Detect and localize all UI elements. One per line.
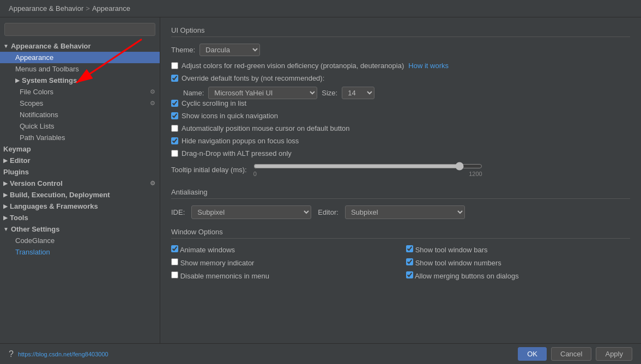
sidebar-item-build-execution[interactable]: ▶ Build, Execution, Deployment <box>0 189 160 201</box>
sidebar-item-languages-frameworks[interactable]: ▶ Languages & Frameworks <box>0 201 160 212</box>
sidebar-item-plugins[interactable]: Plugins <box>0 166 160 178</box>
tooltip-slider[interactable] <box>253 162 482 171</box>
sidebar-item-label: Plugins <box>3 168 29 176</box>
sidebar-item-keymap[interactable]: Keymap <box>0 143 160 155</box>
sidebar-item-scopes[interactable]: Scopes ⚙ <box>0 98 160 109</box>
disable-mnemonics-label[interactable]: Disable mnemonics in menu <box>171 271 269 280</box>
allow-merging-label[interactable]: Allow merging buttons on dialogs <box>406 271 519 280</box>
option-adjust-colors-label[interactable]: Adjust colors for red-green vision defic… <box>171 62 404 70</box>
content-panel: UI Options Theme: Darcula IntelliJ Windo… <box>160 17 641 343</box>
cancel-button[interactable]: Cancel <box>551 347 591 361</box>
option-override-fonts-text: Override default fonts by (not recommend… <box>182 74 324 82</box>
sidebar-item-tools[interactable]: ▶ Tools <box>0 212 160 223</box>
option-cyclic-scrolling-label[interactable]: Cyclic scrolling in list <box>171 99 246 107</box>
breadcrumb-parent[interactable]: Appearance & Behavior <box>9 4 83 13</box>
sidebar-item-translation[interactable]: Translation <box>0 246 160 258</box>
font-size-dropdown[interactable]: 14 12 13 16 18 <box>342 87 374 99</box>
disable-mnemonics-checkbox[interactable] <box>171 271 178 278</box>
option-hide-navigation-checkbox[interactable] <box>171 137 178 144</box>
sidebar-item-appearance-behavior[interactable]: Appearance & Behavior <box>0 40 160 52</box>
antialiasing-row: IDE: Subpixel Greyscale None Editor: Sub… <box>171 205 630 219</box>
option-hide-navigation-label[interactable]: Hide navigation popups on focus loss <box>171 137 299 145</box>
show-tool-window-numbers-text: Show tool window numbers <box>415 259 501 267</box>
option-override-fonts-checkbox[interactable] <box>171 75 178 82</box>
option-hide-navigation-text: Hide navigation popups on focus loss <box>182 137 299 145</box>
search-input[interactable] <box>4 23 155 36</box>
sidebar-item-editor[interactable]: ▶ Editor <box>0 155 160 166</box>
option-override-fonts-label[interactable]: Override default fonts by (not recommend… <box>171 74 324 82</box>
option-show-icons-text: Show icons in quick navigation <box>182 112 278 120</box>
option-drag-drop-row: Drag-n-Drop with ALT pressed only <box>171 149 630 157</box>
tooltip-row: Tooltip initial delay (ms): 0 1200 <box>171 162 630 177</box>
sidebar-item-notifications[interactable]: Notifications <box>0 109 160 120</box>
vc-settings-icon: ⚙ <box>150 180 155 187</box>
sidebar-item-label: Menus and Toolbars <box>15 65 79 73</box>
sidebar-item-label: Translation <box>15 248 50 256</box>
option-show-icons-checkbox[interactable] <box>171 112 178 119</box>
window-option-show-tool-bars: Show tool window bars <box>406 245 630 254</box>
window-option-tool-window-numbers: Show tool window numbers <box>406 258 630 267</box>
theme-dropdown[interactable]: Darcula IntelliJ Windows 10 High contras… <box>199 44 260 56</box>
option-show-icons-label[interactable]: Show icons in quick navigation <box>171 112 278 120</box>
apply-button[interactable]: Apply <box>596 347 632 361</box>
breadcrumb: Appearance & Behavior > Appearance <box>0 0 641 17</box>
sidebar-item-version-control[interactable]: ▶ Version Control ⚙ <box>0 178 160 189</box>
allow-merging-checkbox[interactable] <box>406 271 413 278</box>
sidebar-item-path-variables[interactable]: Path Variables <box>0 132 160 143</box>
animate-windows-label[interactable]: Animate windows <box>171 245 235 254</box>
sidebar-item-system-settings[interactable]: ▶ System Settings <box>0 75 160 86</box>
font-size-label: Size: <box>322 89 337 97</box>
sidebar-item-label: CodeGlance <box>15 236 55 245</box>
sidebar-item-appearance[interactable]: Appearance <box>0 52 160 63</box>
theme-row: Theme: Darcula IntelliJ Windows 10 High … <box>171 44 630 56</box>
sidebar-item-quick-lists[interactable]: Quick Lists <box>0 120 160 132</box>
option-adjust-colors-checkbox[interactable] <box>171 62 178 69</box>
slider-labels: 0 1200 <box>253 171 482 177</box>
settings-icon: ⚙ <box>150 88 155 95</box>
show-tool-window-numbers-label[interactable]: Show tool window numbers <box>406 258 501 267</box>
ide-aa-label: IDE: <box>171 208 185 216</box>
option-drag-drop-label[interactable]: Drag-n-Drop with ALT pressed only <box>171 149 292 157</box>
editor-aa-dropdown[interactable]: Subpixel Greyscale None <box>345 205 465 219</box>
sidebar-item-label: Scopes <box>20 99 43 107</box>
antialiasing-title: Antialiasing <box>171 188 630 199</box>
chevron-right-icon5: ▶ <box>3 215 8 221</box>
sidebar-item-file-colors[interactable]: File Colors ⚙ <box>0 86 160 98</box>
option-cyclic-scrolling-row: Cyclic scrolling in list <box>171 99 630 107</box>
option-drag-drop-checkbox[interactable] <box>171 150 178 157</box>
bottom-bar: ? https://blog.csdn.net/feng8403000 OK C… <box>0 343 641 364</box>
option-adjust-colors-text: Adjust colors for red-green vision defic… <box>182 62 404 70</box>
option-auto-position-checkbox[interactable] <box>171 125 178 132</box>
option-auto-position-label[interactable]: Automatically position mouse cursor on d… <box>171 124 350 132</box>
how-it-works-link[interactable]: How it works <box>408 62 449 70</box>
option-auto-position-text: Automatically position mouse cursor on d… <box>182 124 350 132</box>
allow-merging-text: Allow merging buttons on dialogs <box>415 272 519 280</box>
sidebar-item-label: Version Control <box>10 179 63 187</box>
sidebar-item-other-settings[interactable]: Other Settings <box>0 223 160 235</box>
tooltip-slider-container: 0 1200 <box>253 162 482 177</box>
sidebar-item-menus-toolbars[interactable]: Menus and Toolbars <box>0 63 160 75</box>
option-hide-navigation-row: Hide navigation popups on focus loss <box>171 137 630 145</box>
animate-windows-checkbox[interactable] <box>171 245 178 252</box>
bottom-left: ? https://blog.csdn.net/feng8403000 <box>9 349 108 359</box>
show-tool-window-bars-checkbox[interactable] <box>406 245 413 252</box>
ok-button[interactable]: OK <box>518 347 547 361</box>
sidebar-item-codeglance[interactable]: CodeGlance <box>0 235 160 246</box>
show-memory-checkbox[interactable] <box>171 258 178 265</box>
ide-aa-dropdown[interactable]: Subpixel Greyscale None <box>191 205 311 219</box>
ui-options-title: UI Options <box>171 26 630 37</box>
font-dropdown[interactable]: Microsoft YaHei UI <box>208 87 317 99</box>
option-cyclic-scrolling-checkbox[interactable] <box>171 100 178 107</box>
window-option-memory-indicator: Show memory indicator <box>171 258 395 267</box>
show-tool-window-bars-label[interactable]: Show tool window bars <box>406 245 488 254</box>
show-tool-window-numbers-checkbox[interactable] <box>406 258 413 265</box>
show-memory-text: Show memory indicator <box>180 259 255 267</box>
show-memory-label[interactable]: Show memory indicator <box>171 258 254 267</box>
window-option-animate-windows: Animate windows <box>171 245 395 254</box>
sidebar-item-label: System Settings <box>22 76 77 84</box>
sidebar-item-label: Path Variables <box>20 134 65 142</box>
breadcrumb-separator: > <box>86 4 90 13</box>
help-icon[interactable]: ? <box>9 349 14 359</box>
disable-mnemonics-text: Disable mnemonics in menu <box>180 272 269 280</box>
sidebar-item-label: Other Settings <box>11 225 60 233</box>
